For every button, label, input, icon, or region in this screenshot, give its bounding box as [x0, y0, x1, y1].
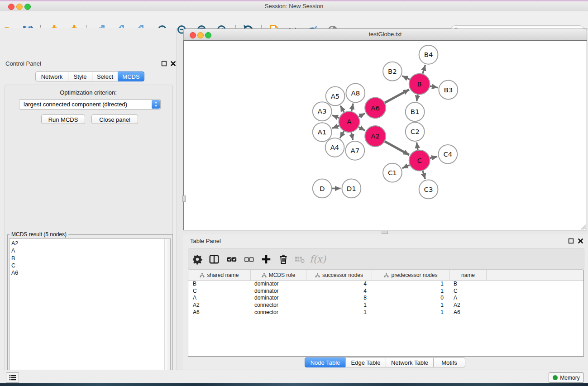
graph-node-D1[interactable]: D1 [342, 179, 361, 198]
resize-grip-icon[interactable] [580, 224, 586, 229]
mcds-result-item[interactable]: A [11, 247, 18, 254]
table-float-panel-icon[interactable] [568, 238, 574, 244]
left-splitter-handle[interactable] [182, 195, 186, 202]
graph-node-A8[interactable]: A8 [346, 84, 365, 103]
tab-node-table[interactable]: Node Table [305, 357, 346, 367]
svg-text:A1: A1 [318, 128, 327, 136]
mcds-result-item[interactable]: C [11, 262, 18, 269]
tab-mcds[interactable]: MCDS [118, 71, 144, 81]
tab-select[interactable]: Select [92, 71, 118, 81]
graph-node-B[interactable]: B [409, 74, 430, 95]
float-panel-icon[interactable] [161, 61, 167, 67]
graph-edge[interactable] [402, 165, 410, 168]
table-row[interactable]: Adominator80A [188, 295, 583, 302]
show-hide-columns-button[interactable] [207, 252, 221, 267]
tab-style[interactable]: Style [68, 71, 92, 81]
graph-edge[interactable] [385, 90, 409, 103]
network-zoom-traffic-light[interactable] [205, 32, 211, 38]
graph-node-C[interactable]: C [409, 150, 430, 171]
tab-motifs[interactable]: Motifs [433, 357, 465, 367]
table-cell: A2 [450, 302, 487, 309]
graph-node-D[interactable]: D [313, 179, 332, 198]
column-header-predecessor-nodes[interactable]: predecessor nodes [372, 270, 450, 280]
graph-edge[interactable] [423, 65, 425, 74]
memory-button[interactable]: Memory [549, 372, 584, 383]
graph-edge[interactable] [385, 142, 409, 155]
close-panel-icon[interactable] [170, 61, 176, 67]
network-close-traffic-light[interactable] [190, 32, 196, 38]
table-cell: C [188, 288, 251, 295]
table-row[interactable]: A2connector11A2 [188, 302, 583, 309]
mcds-result-item[interactable]: A6 [11, 269, 18, 276]
table-row[interactable]: A6connector11A6 [188, 309, 583, 316]
graph-node-B4[interactable]: B4 [419, 45, 438, 64]
table-row[interactable]: Bdominator41B [188, 281, 583, 288]
graph-node-A5[interactable]: A5 [326, 87, 345, 106]
column-header-name[interactable]: name [450, 270, 487, 280]
column-header-successor-nodes[interactable]: successor nodes [306, 270, 372, 280]
graph-node-C2[interactable]: C2 [406, 122, 425, 141]
graph-edge[interactable] [340, 131, 344, 138]
bottom-splitter-handle[interactable] [382, 231, 388, 234]
graph-edge[interactable] [351, 104, 353, 111]
graph-node-B2[interactable]: B2 [383, 62, 402, 81]
graph-edge[interactable] [402, 76, 410, 80]
network-minimize-traffic-light[interactable] [197, 32, 204, 38]
create-column-button[interactable] [259, 252, 273, 267]
graph-edge[interactable] [332, 126, 339, 129]
select-all-checkboxes-button[interactable] [225, 252, 239, 267]
graph-node-A6[interactable]: A6 [365, 97, 386, 118]
graph-node-A[interactable]: A [339, 111, 359, 132]
minimize-traffic-light[interactable] [16, 4, 23, 10]
graph-edge[interactable] [430, 157, 437, 158]
graph-edge[interactable] [351, 133, 353, 140]
run-mcds-button[interactable]: Run MCDS [41, 114, 85, 124]
network-window-titlebar[interactable]: testGlobe.txt [183, 29, 587, 40]
table-cell: B [188, 281, 251, 288]
graph-node-B1[interactable]: B1 [406, 102, 425, 121]
mcds-list-scrollbar[interactable] [164, 239, 170, 386]
graph-edge[interactable] [416, 143, 418, 150]
task-history-button[interactable] [6, 372, 19, 383]
close-panel-button[interactable]: Close panel [91, 114, 138, 124]
delete-columns-button[interactable] [276, 252, 291, 267]
graph-node-A7[interactable]: A7 [345, 141, 364, 160]
graph-edge[interactable] [423, 171, 425, 179]
table-close-panel-icon[interactable] [578, 238, 583, 244]
graph-node-C4[interactable]: C4 [438, 145, 457, 164]
graph-edge[interactable] [332, 115, 339, 118]
table-panel: Table Panel f(x) shared nameMCDS rolesuc… [183, 234, 588, 370]
mcds-result-item[interactable]: A2 [11, 240, 18, 247]
graph-edge[interactable] [416, 95, 417, 101]
graph-node-C3[interactable]: C3 [419, 180, 438, 199]
tab-edge-table[interactable]: Edge Table [345, 357, 386, 367]
graph-edge[interactable] [340, 105, 344, 112]
graph-edge[interactable] [359, 114, 365, 117]
svg-text:B4: B4 [424, 51, 433, 59]
mcds-result-list[interactable]: A2ABCA6 [9, 238, 171, 386]
graph-canvas[interactable]: B4B2BB3A8A5A6A3B1AA1C2A2A4A7C4CC1C3DD1 [183, 40, 587, 230]
deselect-all-checkboxes-button[interactable] [242, 252, 256, 267]
graph-node-C1[interactable]: C1 [383, 163, 402, 182]
graph-edge[interactable] [359, 127, 365, 131]
tab-network-table[interactable]: Network Table [386, 357, 434, 367]
zoom-traffic-light[interactable] [24, 4, 31, 10]
graph-node-A4[interactable]: A4 [325, 138, 344, 157]
node-table[interactable]: shared nameMCDS rolesuccessor nodesprede… [188, 270, 584, 357]
table-cell: 1 [306, 309, 372, 316]
close-traffic-light[interactable] [8, 4, 14, 10]
tab-network[interactable]: Network [35, 71, 68, 81]
graph-node-A3[interactable]: A3 [313, 102, 332, 121]
graph-edge[interactable] [430, 86, 438, 87]
table-row[interactable]: Cdominator41C [188, 288, 583, 295]
network-graph[interactable]: B4B2BB3A8A5A6A3B1AA1C2A2A4A7C4CC1C3DD1 [184, 41, 587, 230]
table-mode-gear-button[interactable] [190, 252, 205, 267]
column-header-shared-name[interactable]: shared name [188, 270, 251, 280]
svg-text:A7: A7 [350, 147, 359, 155]
graph-node-B3[interactable]: B3 [439, 81, 458, 100]
graph-node-A2[interactable]: A2 [365, 126, 386, 147]
criterion-select[interactable]: largest connected component (directed) [19, 99, 161, 110]
mcds-result-item[interactable]: B [11, 255, 18, 262]
column-header-MCDS-role[interactable]: MCDS role [251, 270, 306, 280]
graph-node-A1[interactable]: A1 [313, 123, 332, 142]
